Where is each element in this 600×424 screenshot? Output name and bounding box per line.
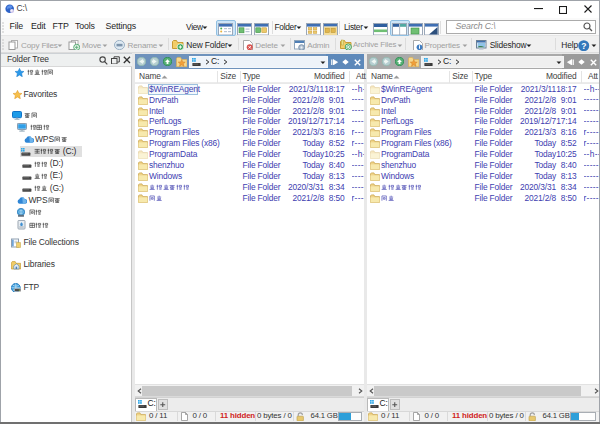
svg-text:?: ? xyxy=(581,40,586,50)
